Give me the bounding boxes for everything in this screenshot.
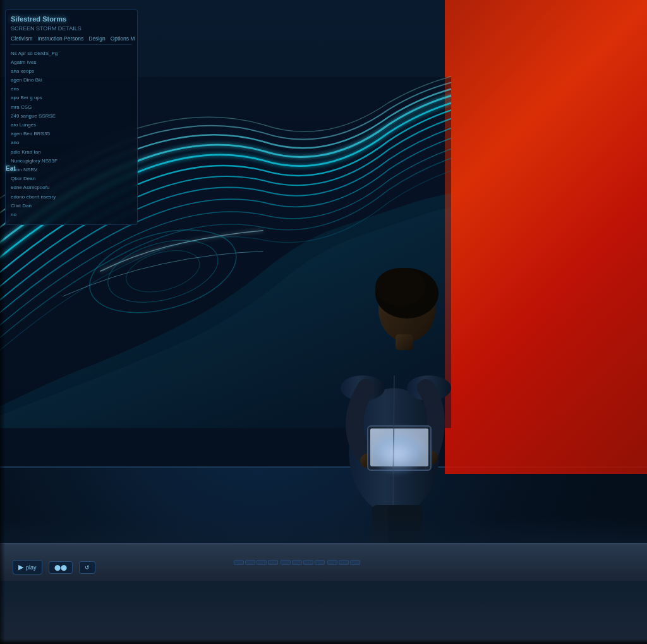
- key: [245, 560, 255, 565]
- list-item: Nuncupiglory NS53F: [11, 156, 132, 165]
- panel-subtitle: SCREEN STORM DETAILS: [11, 25, 132, 32]
- list-item: adio Krad Ian: [11, 147, 132, 156]
- play-label: play: [26, 564, 37, 571]
- list-item: agen Dino Bki: [11, 76, 132, 85]
- key: [303, 560, 313, 565]
- dots-button[interactable]: ⬤⬤: [49, 561, 73, 574]
- keyboard: [234, 560, 360, 565]
- key: [315, 560, 325, 565]
- svg-rect-8: [396, 334, 413, 350]
- key: [234, 560, 244, 565]
- scene-container: Sifestred Storms SCREEN STORM DETAILS Cl…: [0, 0, 647, 644]
- wall-shadow-bottom: [0, 639, 647, 644]
- key: [281, 560, 291, 565]
- key: [339, 560, 349, 565]
- list-item: Clint Dan: [11, 201, 132, 210]
- nav-item-2[interactable]: Instruction Persons: [37, 35, 83, 42]
- key: [257, 560, 267, 565]
- wall-shadow-left: [0, 0, 5, 644]
- list-item: Qbor Dean: [11, 174, 132, 183]
- list-item: Ns Apr so DEMS_Pg: [11, 49, 132, 58]
- list-item: ano: [11, 138, 132, 147]
- nav-item-4[interactable]: Options M: [111, 35, 135, 42]
- floor: [0, 518, 647, 644]
- refresh-label: ↺: [85, 564, 90, 571]
- refresh-button[interactable]: ↺: [79, 561, 95, 574]
- ui-panel: Sifestred Storms SCREEN STORM DETAILS Cl…: [5, 9, 138, 225]
- list-item: aro Lunges: [11, 121, 132, 130]
- bottom-controls: ▶ play ⬤⬤ ↺: [13, 560, 95, 574]
- tablet-glow: [372, 435, 423, 473]
- list-item: ana xeops: [11, 66, 132, 75]
- list-item: Agatrn Ives: [11, 58, 132, 66]
- key-group-1: [234, 560, 278, 565]
- key-group-3: [327, 560, 360, 565]
- key: [350, 560, 360, 565]
- red-panel: [445, 0, 647, 474]
- key-group-2: [281, 560, 325, 565]
- play-button[interactable]: ▶ play: [13, 560, 42, 574]
- play-icon: ▶: [18, 563, 23, 571]
- list-item: no: [11, 210, 132, 219]
- list-item: edono eborrt nsesry: [11, 192, 132, 201]
- key: [268, 560, 278, 565]
- dots-label: ⬤⬤: [54, 564, 67, 571]
- svg-point-7: [375, 268, 426, 306]
- list-item: 249 sangue SSRSE: [11, 111, 132, 120]
- eat-label: Eat: [6, 165, 16, 172]
- list-item: apu Ber g ups: [11, 94, 132, 102]
- nav-item-1[interactable]: Cletivism: [11, 35, 32, 42]
- key: [292, 560, 302, 565]
- nav-item-3[interactable]: Design: [88, 35, 105, 42]
- panel-title: Sifestred Storms: [11, 15, 132, 23]
- list-item: edne Asimcpoofu: [11, 183, 132, 192]
- nav-row: Cletivism Instruction Persons Design Opt…: [11, 35, 132, 45]
- key: [327, 560, 337, 565]
- list-item: oiron NSRV: [11, 165, 132, 174]
- list-item: agen Beo BRS35: [11, 130, 132, 138]
- data-list: Ns Apr so DEMS_Pg Agatrn Ives ana xeops …: [11, 49, 132, 219]
- list-item: mra CSG: [11, 102, 132, 111]
- list-item: ens: [11, 85, 132, 94]
